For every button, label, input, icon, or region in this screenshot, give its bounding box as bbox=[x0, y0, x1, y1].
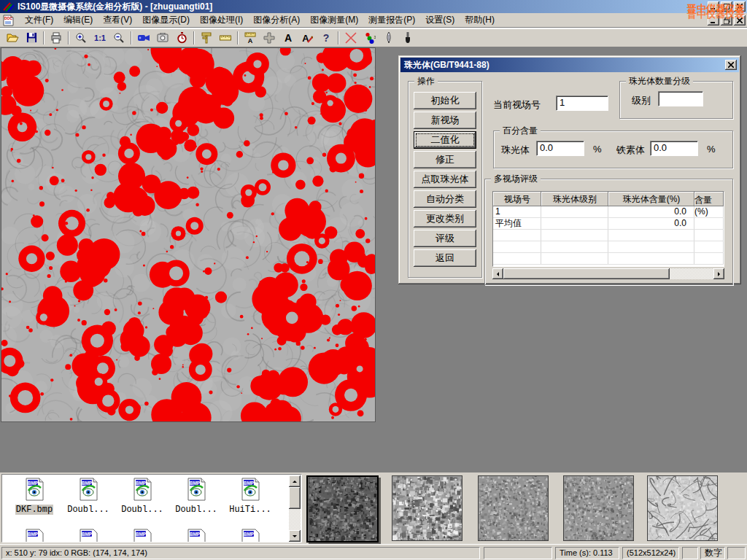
help-button[interactable]: ? bbox=[317, 30, 336, 46]
delete-curve-button[interactable] bbox=[341, 30, 360, 46]
binarize-button[interactable]: 二值化 bbox=[414, 131, 476, 149]
thumbnail-5[interactable] bbox=[647, 475, 718, 541]
brush-button[interactable] bbox=[398, 30, 417, 46]
toolbar-separator bbox=[193, 31, 195, 44]
measure-text-button[interactable]: A bbox=[241, 30, 260, 46]
pearlite-percent-input[interactable]: 0.0 bbox=[536, 141, 584, 156]
file-list-vscrollbar[interactable] bbox=[289, 475, 301, 542]
workspace: 珠光体(GB/T9441-88) 操作 初始化 新视场 二值化 修正 点取珠光体… bbox=[0, 47, 747, 472]
level-input[interactable] bbox=[658, 91, 703, 106]
mdi-close-button[interactable] bbox=[734, 15, 746, 26]
mdi-minimize-button[interactable] bbox=[708, 15, 719, 26]
menu-edit[interactable]: 编辑(E) bbox=[58, 12, 98, 28]
scroll-thumb[interactable] bbox=[503, 268, 670, 279]
pick-pearlite-button[interactable]: 点取珠光体 bbox=[414, 171, 476, 188]
save-floppy-icon bbox=[26, 32, 37, 43]
initialize-button[interactable]: 初始化 bbox=[414, 92, 476, 109]
minimize-icon bbox=[711, 4, 716, 9]
camera-capture-button[interactable] bbox=[153, 30, 172, 46]
file-item[interactable]: BMP bbox=[170, 529, 222, 542]
dialog-close-button[interactable] bbox=[725, 60, 737, 70]
scroll-up-button[interactable] bbox=[289, 475, 301, 487]
scroll-track[interactable] bbox=[670, 268, 713, 279]
scroll-right-button[interactable] bbox=[713, 268, 724, 279]
thumbnail-3[interactable] bbox=[478, 475, 549, 541]
cell bbox=[694, 218, 724, 229]
percent-group-label: 百分含量 bbox=[500, 125, 541, 136]
multi-field-table[interactable]: 视场号 珠光体级别 珠光体含量(%) 铁素体含量(%) 1 0.0 平均值 bbox=[492, 191, 724, 267]
scroll-down-button[interactable] bbox=[289, 530, 301, 542]
current-field-input[interactable]: 1 bbox=[556, 96, 608, 111]
maximize-button[interactable] bbox=[721, 1, 732, 12]
pen-nib-icon bbox=[384, 32, 393, 44]
scroll-thumb[interactable] bbox=[289, 487, 301, 509]
auto-classify-button[interactable]: 自动分类 bbox=[414, 190, 476, 208]
cursor-position-status: x: 510 y: 79 idx: 0 RGB: (174, 174, 174) bbox=[1, 547, 480, 559]
document-icon: DOC bbox=[2, 15, 15, 26]
change-class-button[interactable]: 更改类别 bbox=[414, 210, 476, 228]
zoom-in-button[interactable] bbox=[71, 30, 90, 46]
menu-help[interactable]: 帮助(H) bbox=[460, 12, 500, 28]
menu-file[interactable]: 文件(F) bbox=[20, 12, 58, 28]
thumbnail-2[interactable] bbox=[392, 475, 462, 541]
timer-button[interactable] bbox=[172, 30, 191, 46]
file-item[interactable]: BMP bbox=[224, 529, 276, 542]
thumbnail-4[interactable] bbox=[563, 475, 634, 541]
open-button[interactable] bbox=[3, 30, 22, 46]
text-button[interactable]: A bbox=[279, 30, 298, 46]
pearlite-unit: % bbox=[593, 144, 602, 155]
file-list-panel[interactable]: BMP DKF.bmp BMP Doubl... bbox=[1, 474, 302, 542]
cell bbox=[694, 253, 724, 264]
app-logo-icon bbox=[2, 1, 15, 12]
ruler-button[interactable] bbox=[216, 30, 235, 46]
video-capture-button[interactable] bbox=[134, 30, 153, 46]
correct-button[interactable]: 修正 bbox=[414, 151, 476, 168]
file-item[interactable]: BMP Doubl... bbox=[116, 478, 169, 515]
file-item[interactable]: BMP DKF.bmp bbox=[8, 478, 61, 515]
menu-image-display[interactable]: 图像显示(D) bbox=[137, 12, 195, 28]
file-item[interactable]: BMP Doubl... bbox=[62, 478, 115, 515]
file-item[interactable]: BMP HuiTi... bbox=[224, 478, 276, 515]
classify-button[interactable]: 3 bbox=[360, 30, 379, 46]
return-button[interactable]: 返回 bbox=[414, 249, 476, 267]
thumbnail-1[interactable] bbox=[306, 475, 379, 542]
menu-image-processing[interactable]: 图像处理(I) bbox=[195, 12, 248, 28]
operations-group-label: 操作 bbox=[414, 76, 438, 86]
new-field-button[interactable]: 新视场 bbox=[414, 112, 476, 129]
image-dimensions-status: (512x512x24) bbox=[622, 547, 679, 559]
menu-image-measure[interactable]: 图像测量(M) bbox=[305, 12, 363, 28]
table-hscrollbar[interactable] bbox=[492, 268, 724, 279]
dialog-title-bar[interactable]: 珠光体(GB/T9441-88) bbox=[400, 58, 739, 72]
print-icon bbox=[50, 32, 62, 44]
title-bar[interactable]: IS100显微摄像系统(金相分析版) - [zhuguangti01] bbox=[0, 0, 747, 13]
col-ferrite-pct: 铁素体含量(%) bbox=[694, 192, 724, 206]
zoom-out-button[interactable] bbox=[109, 30, 128, 46]
micrograph-canvas[interactable] bbox=[1, 48, 375, 421]
svg-text:BMP: BMP bbox=[28, 481, 39, 486]
caliper-button[interactable] bbox=[197, 30, 216, 46]
mdi-restore-button[interactable] bbox=[721, 15, 732, 26]
file-item[interactable]: BMP bbox=[116, 529, 169, 542]
menu-view[interactable]: 查看(V) bbox=[98, 12, 137, 28]
grid-button[interactable] bbox=[260, 30, 279, 46]
cell: 0.0 bbox=[608, 218, 694, 229]
save-button[interactable] bbox=[22, 30, 41, 46]
pen-button[interactable] bbox=[379, 30, 398, 46]
rate-button[interactable]: 评级 bbox=[414, 230, 476, 247]
print-button[interactable] bbox=[47, 30, 66, 46]
scroll-left-button[interactable] bbox=[492, 268, 503, 279]
menu-image-analysis[interactable]: 图像分析(A) bbox=[248, 12, 305, 28]
file-item[interactable]: BMP Doubl... bbox=[170, 478, 222, 515]
ferrite-percent-input[interactable]: 0.0 bbox=[650, 141, 698, 156]
close-button[interactable] bbox=[734, 1, 746, 12]
file-item[interactable]: BMP bbox=[8, 529, 61, 542]
menu-settings[interactable]: 设置(S) bbox=[420, 12, 460, 28]
actual-size-button[interactable]: 1:1 bbox=[90, 30, 109, 46]
minimize-button[interactable] bbox=[708, 1, 719, 12]
file-item[interactable]: BMP bbox=[62, 529, 115, 542]
cell bbox=[608, 241, 694, 252]
toolbar-separator bbox=[237, 31, 239, 44]
text-edit-button[interactable]: A bbox=[298, 30, 317, 46]
menu-measure-report[interactable]: 测量报告(P) bbox=[363, 12, 420, 28]
cell: 1 bbox=[493, 206, 541, 217]
